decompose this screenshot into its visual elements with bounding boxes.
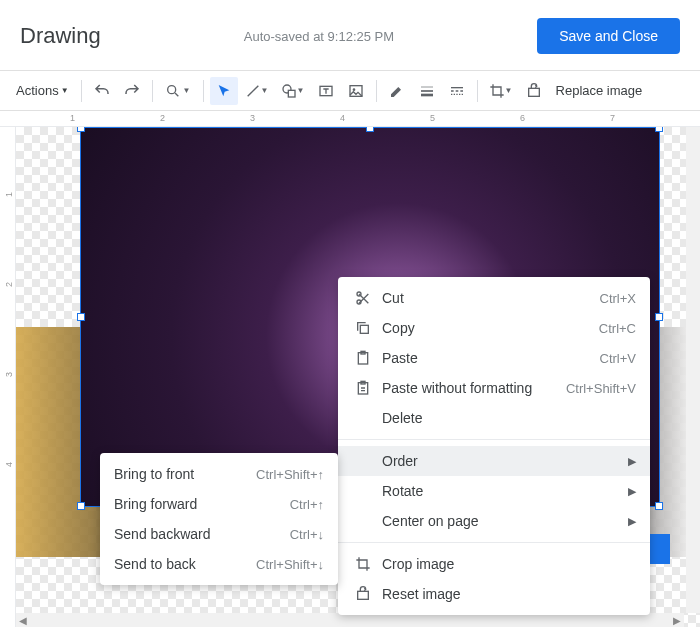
pencil-icon [389,83,405,99]
menu-label: Center on page [374,513,628,529]
toolbar-separator [477,80,478,102]
menu-shortcut: Ctrl+C [599,321,636,336]
resize-handle-middle-left[interactable] [77,313,85,321]
resize-handle-top-center[interactable] [366,127,374,132]
menu-shortcut: Ctrl+Shift+↑ [256,467,324,482]
scroll-right-arrow-icon[interactable]: ▶ [670,613,684,627]
border-dash-button[interactable] [443,77,471,105]
toolbar-separator [81,80,82,102]
canvas-area[interactable]: 1 2 3 4 The WindowsClub Cut Ctrl+X Copy [0,127,700,627]
paste-icon [352,350,374,366]
menu-label: Delete [374,410,636,426]
scroll-left-arrow-icon[interactable]: ◀ [16,613,30,627]
resize-handle-middle-right[interactable] [655,313,663,321]
ruler-tick: 3 [4,372,14,377]
shape-tool-button[interactable]: ▼ [276,77,310,105]
ruler-tick: 7 [610,113,615,123]
menu-label: Paste without formatting [374,380,566,396]
replace-image-button[interactable]: Replace image [550,83,649,98]
menu-item-bring-forward[interactable]: Bring forward Ctrl+↑ [100,489,338,519]
resize-handle-top-left[interactable] [77,127,85,132]
menu-item-send-backward[interactable]: Send backward Ctrl+↓ [100,519,338,549]
toolbar-separator [152,80,153,102]
actions-label: Actions [16,83,59,98]
menu-shortcut: Ctrl+V [600,351,636,366]
actions-dropdown[interactable]: Actions ▼ [10,79,75,102]
ruler-tick: 4 [4,462,14,467]
zoom-button[interactable]: ▼ [159,77,197,105]
border-weight-button[interactable] [413,77,441,105]
menu-shortcut: Ctrl+X [600,291,636,306]
menu-item-center-on-page[interactable]: Center on page ▶ [338,506,650,536]
vertical-scrollbar[interactable] [686,127,700,613]
reset-image-button[interactable] [520,77,548,105]
svg-rect-2 [288,90,295,97]
menu-label: Order [374,453,628,469]
submenu-arrow-icon: ▶ [628,455,636,468]
line-weight-icon [419,83,435,99]
ruler-tick: 2 [160,113,165,123]
menu-label: Send backward [114,526,290,542]
order-submenu: Bring to front Ctrl+Shift+↑ Bring forwar… [100,453,338,585]
svg-rect-14 [358,591,369,599]
menu-item-copy[interactable]: Copy Ctrl+C [338,313,650,343]
autosave-status: Auto-saved at 9:12:25 PM [244,29,394,44]
menu-item-crop-image[interactable]: Crop image [338,549,650,579]
border-color-button[interactable] [383,77,411,105]
resize-handle-bottom-left[interactable] [77,502,85,510]
menu-divider [338,542,650,543]
line-icon [245,83,261,99]
caret-down-icon: ▼ [297,86,305,95]
copy-icon [352,320,374,336]
crop-button[interactable]: ▼ [484,77,518,105]
menu-label: Bring forward [114,496,290,512]
ruler-tick: 3 [250,113,255,123]
ruler-horizontal: 1 2 3 4 5 6 7 [0,111,700,127]
ruler-tick: 5 [430,113,435,123]
dialog-title: Drawing [20,23,101,49]
dialog-header: Drawing Auto-saved at 9:12:25 PM Save an… [0,0,700,71]
menu-item-order[interactable]: Order ▶ [338,446,650,476]
svg-point-8 [357,300,361,304]
menu-label: Send to back [114,556,256,572]
crop-icon [489,83,505,99]
undo-button[interactable] [88,77,116,105]
menu-label: Paste [374,350,600,366]
textbox-icon [318,83,334,99]
menu-item-bring-to-front[interactable]: Bring to front Ctrl+Shift+↑ [100,459,338,489]
image-icon [348,83,364,99]
resize-handle-top-right[interactable] [655,127,663,132]
svg-point-5 [352,88,355,91]
menu-label: Crop image [374,556,636,572]
cut-icon [352,290,374,306]
ruler-tick: 6 [520,113,525,123]
toolbar-separator [376,80,377,102]
line-tool-button[interactable]: ▼ [240,77,274,105]
menu-item-reset-image[interactable]: Reset image [338,579,650,609]
submenu-arrow-icon: ▶ [628,515,636,528]
ruler-tick: 1 [4,192,14,197]
save-and-close-button[interactable]: Save and Close [537,18,680,54]
menu-item-delete[interactable]: Delete [338,403,650,433]
menu-item-cut[interactable]: Cut Ctrl+X [338,283,650,313]
resize-handle-bottom-right[interactable] [655,502,663,510]
zoom-icon [165,83,181,99]
menu-item-paste[interactable]: Paste Ctrl+V [338,343,650,373]
menu-shortcut: Ctrl+Shift+V [566,381,636,396]
reset-image-icon [526,83,542,99]
image-tool-button[interactable] [342,77,370,105]
menu-item-send-to-back[interactable]: Send to back Ctrl+Shift+↓ [100,549,338,579]
context-menu: Cut Ctrl+X Copy Ctrl+C Paste Ctrl+V Past… [338,277,650,615]
textbox-tool-button[interactable] [312,77,340,105]
menu-item-paste-without-formatting[interactable]: Paste without formatting Ctrl+Shift+V [338,373,650,403]
menu-item-rotate[interactable]: Rotate ▶ [338,476,650,506]
select-tool-button[interactable] [210,77,238,105]
caret-down-icon: ▼ [261,86,269,95]
menu-label: Cut [374,290,600,306]
ruler-tick: 4 [340,113,345,123]
redo-button[interactable] [118,77,146,105]
menu-shortcut: Ctrl+↓ [290,527,324,542]
horizontal-scrollbar[interactable]: ◀ ▶ [16,613,684,627]
menu-label: Reset image [374,586,636,602]
menu-divider [338,439,650,440]
